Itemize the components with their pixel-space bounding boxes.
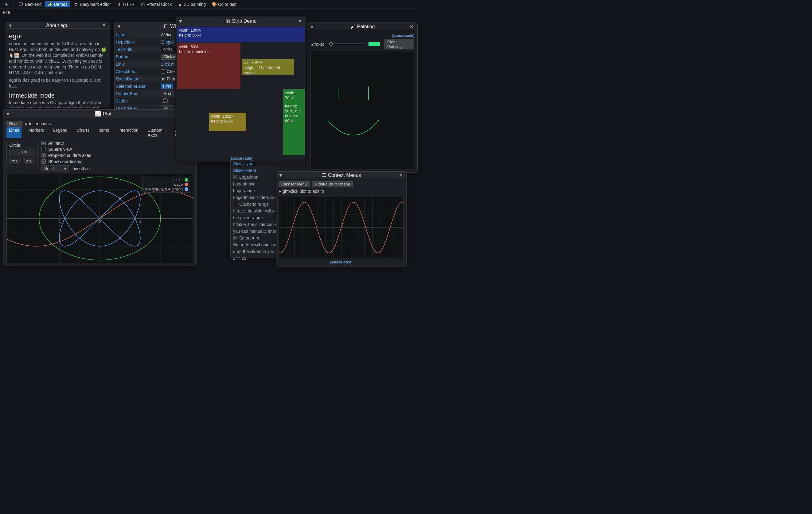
tab-customaxes[interactable]: Custom Axes bbox=[145, 127, 168, 138]
animate-checkbox[interactable] bbox=[41, 141, 46, 145]
tab-interaction[interactable]: Interaction bbox=[116, 127, 141, 138]
strip-area: width: 100% height: 50px width: 50% heig… bbox=[176, 26, 306, 162]
row-name: SelectableLabel: bbox=[115, 84, 161, 89]
strip-title: ▥Strip Demo bbox=[185, 18, 297, 24]
circle-r-drag[interactable]: r: 1.5 bbox=[9, 150, 35, 156]
clock-icon: ◷ bbox=[141, 2, 145, 6]
close-icon[interactable]: ✕ bbox=[397, 172, 404, 178]
toolbar-3d-label: 3D painting bbox=[184, 2, 206, 7]
strip-box-line: width: 50% bbox=[179, 44, 239, 50]
animate-label: Animate bbox=[48, 141, 64, 146]
ctx-plot-canvas[interactable]: 0 bbox=[279, 197, 404, 258]
toolbar-fractal[interactable]: ◷Fractal Clock bbox=[138, 1, 174, 7]
close-icon[interactable]: ✕ bbox=[297, 18, 303, 24]
demo-checkbox[interactable] bbox=[161, 69, 165, 74]
circle-options: Circle: r: 1.5 x: 0 y: 0 bbox=[6, 141, 38, 167]
plot-instructions-label: Instructions bbox=[29, 121, 51, 126]
strip-box-green: width: 70px height: 50%, but at least 60… bbox=[283, 89, 304, 155]
slider-thumb[interactable] bbox=[329, 42, 333, 46]
plot-tabs: Lines Markers Legend Charts Items Intera… bbox=[6, 126, 193, 141]
slider-clamp-checkbox[interactable] bbox=[233, 202, 237, 206]
painting-canvas[interactable] bbox=[311, 52, 414, 170]
painting-titlebar[interactable]: ▼ 🖌Painting ✕ bbox=[308, 23, 417, 31]
circle-x-drag[interactable]: x: 0 bbox=[9, 158, 21, 164]
circle-y-drag[interactable]: y: 0 bbox=[23, 158, 35, 164]
toolbar-3d[interactable]: ▲3D painting bbox=[175, 1, 208, 7]
slider-log-checkbox[interactable] bbox=[233, 175, 237, 179]
slider-thumb[interactable] bbox=[163, 98, 168, 103]
close-icon[interactable]: ✕ bbox=[408, 24, 415, 29]
context-menus-titlebar[interactable]: ▼ ☰Context Menus ✕ bbox=[276, 172, 406, 179]
slider-smart-label: Smart Aim bbox=[239, 236, 259, 240]
about-body: egui egui is an immediate mode GUI libra… bbox=[6, 29, 110, 108]
toolbar-fractal-label: Fractal Clock bbox=[147, 2, 172, 7]
plot-instructions[interactable]: ▸ Instructions bbox=[26, 121, 51, 126]
strip-titlebar[interactable]: ▼ ▥Strip Demo ✕ bbox=[176, 17, 306, 26]
square-checkbox[interactable] bbox=[41, 147, 46, 151]
stroke-color-swatch[interactable] bbox=[368, 42, 380, 47]
plot-title: 📈Plot bbox=[12, 111, 194, 117]
toolbar-colortest[interactable]: 🎨Color test bbox=[209, 1, 239, 7]
monitor-icon: 🖵 bbox=[19, 2, 23, 6]
tab-markers[interactable]: Markers bbox=[26, 127, 47, 138]
demo-radio[interactable] bbox=[161, 77, 165, 81]
selectable-label[interactable]: First bbox=[161, 84, 173, 89]
plot-reset-button[interactable]: Reset bbox=[6, 121, 22, 126]
prop-label: Proportional data axes bbox=[48, 153, 91, 158]
collapse-icon[interactable]: ▼ bbox=[279, 173, 283, 178]
collapse-icon[interactable]: ▼ bbox=[178, 19, 183, 24]
linestyle-value: Solid bbox=[44, 166, 54, 171]
tab-charts[interactable]: Charts bbox=[74, 127, 92, 138]
plot-titlebar[interactable]: ▼ 📈Plot bbox=[3, 110, 196, 118]
toolbar-demos[interactable]: ✨Demos bbox=[45, 1, 70, 7]
ctx-button-row: Click for menu Right-click for menu bbox=[279, 181, 404, 187]
layout-icon: ▥ bbox=[225, 18, 230, 24]
tab-lines[interactable]: Lines bbox=[6, 127, 22, 138]
strip-box-line: height: 50%, but at least 60px. bbox=[285, 104, 303, 124]
strip-box-red: width: 50% height: remaining bbox=[177, 43, 240, 89]
row-name: Link: bbox=[115, 62, 161, 67]
menu-file[interactable]: File bbox=[3, 10, 10, 15]
collapse-icon[interactable]: ▼ bbox=[6, 112, 10, 116]
legend-label: circle bbox=[174, 178, 183, 182]
click-for-menu-button[interactable]: Click for menu bbox=[279, 181, 310, 187]
stroke-width-slider[interactable] bbox=[328, 43, 364, 45]
theme-toggle[interactable]: ✳ bbox=[2, 2, 11, 7]
slider-smart-checkbox[interactable] bbox=[233, 236, 237, 240]
close-icon[interactable]: ✕ bbox=[101, 23, 107, 28]
tab-items[interactable]: Items bbox=[96, 127, 112, 138]
strip-box-line: height: 60px bbox=[211, 119, 244, 124]
plot-canvas[interactable]: -101 circle wave x = sin(2t), y = sin(3t… bbox=[6, 174, 193, 263]
strip-panel: ▼ ▥Strip Demo ✕ width: 100% height: 50px… bbox=[176, 17, 306, 162]
slider-log-label: Logarithm bbox=[239, 175, 258, 180]
collapse-icon[interactable]: ▼ bbox=[117, 24, 121, 29]
clear-painting-button[interactable]: Clear Painting bbox=[384, 39, 414, 50]
about-titlebar[interactable]: ▼ About egui ✕ bbox=[6, 23, 110, 29]
demo-combobox[interactable]: First bbox=[161, 91, 174, 96]
github-icon: ⎔ bbox=[161, 40, 164, 44]
slider-clamp-label: Clamp to range bbox=[239, 202, 269, 207]
svg-text:-1: -1 bbox=[58, 219, 61, 223]
painting-body: (source code) Stroke: Clear Painting bbox=[308, 31, 417, 172]
painting-source-link[interactable]: (source code) bbox=[311, 33, 414, 38]
tab-legend[interactable]: Legend bbox=[51, 127, 70, 138]
linestyle-select[interactable]: Solid▾ bbox=[41, 165, 69, 172]
toolbar-http[interactable]: ⬇HTTP bbox=[115, 1, 137, 7]
collapse-icon[interactable]: ▼ bbox=[8, 23, 12, 28]
collapse-icon[interactable]: ▼ bbox=[310, 24, 314, 29]
painting-title-label: Painting bbox=[357, 24, 375, 29]
row-name: Button: bbox=[115, 54, 161, 59]
toolbar-easymark[interactable]: 🗎EasyMark editor bbox=[71, 1, 113, 7]
strip-source-link[interactable]: (source code) bbox=[176, 156, 306, 160]
legend-dot bbox=[184, 178, 188, 182]
showcoord-checkbox[interactable] bbox=[41, 159, 46, 164]
menu-icon: ☰ bbox=[322, 172, 326, 178]
demo-slider[interactable] bbox=[161, 99, 170, 102]
toolbar-backend[interactable]: 🖵Backend bbox=[16, 1, 44, 7]
strip-box-line: height: remaining bbox=[179, 50, 239, 54]
rightclick-for-menu-button[interactable]: Right-click for menu bbox=[312, 181, 353, 187]
strip-title-label: Strip Demo bbox=[232, 19, 256, 24]
proportional-checkbox[interactable] bbox=[41, 153, 46, 157]
ctx-source-link[interactable]: (source code) bbox=[279, 260, 404, 264]
legend-dot bbox=[184, 187, 188, 191]
